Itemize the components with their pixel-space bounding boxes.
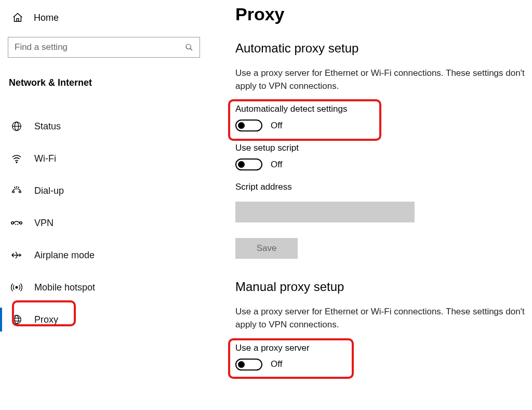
- globe-icon: [10, 121, 23, 132]
- search-input[interactable]: [15, 42, 185, 52]
- home-icon: [12, 12, 23, 23]
- hotspot-icon: [10, 282, 23, 293]
- sidebar-item-label: Status: [34, 121, 61, 132]
- page-title: Proxy: [235, 4, 529, 24]
- svg-point-13: [16, 286, 18, 288]
- highlight-annotation: [12, 300, 76, 326]
- manual-section-title: Manual proxy setup: [235, 280, 529, 294]
- use-script-toggle[interactable]: [235, 158, 262, 170]
- use-script-state: Off: [271, 160, 282, 170]
- sidebar-item-hotspot[interactable]: Mobile hotspot: [8, 271, 208, 303]
- svg-point-0: [186, 44, 191, 49]
- sidebar-item-label: Dial-up: [34, 186, 64, 196]
- category-title: Network & Internet: [8, 77, 208, 88]
- airplane-icon: [10, 249, 23, 261]
- vpn-icon: [10, 218, 23, 228]
- save-button[interactable]: Save: [235, 238, 298, 259]
- sidebar-item-airplane[interactable]: Airplane mode: [8, 239, 208, 271]
- script-address-input: [235, 202, 415, 222]
- sidebar-item-label: VPN: [34, 218, 54, 229]
- auto-section-title: Automatic proxy setup: [235, 41, 529, 56]
- sidebar-item-label: Wi-Fi: [34, 153, 56, 164]
- use-proxy-block: Use a proxy server Off: [235, 343, 529, 371]
- sidebar-item-dialup[interactable]: Dial-up: [8, 175, 208, 207]
- use-script-label: Use setup script: [235, 143, 529, 153]
- svg-rect-7: [19, 191, 21, 193]
- highlight-annotation: [228, 338, 354, 379]
- dialup-icon: [10, 185, 23, 196]
- sidebar: Home Network & Internet Status: [0, 0, 216, 410]
- svg-point-8: [15, 187, 15, 188]
- nav-list: Status Wi-Fi: [8, 110, 208, 336]
- svg-point-10: [18, 187, 19, 188]
- main-panel: Proxy Automatic proxy setup Use a proxy …: [216, 0, 532, 410]
- auto-section-desc: Use a proxy server for Ethernet or Wi-Fi…: [235, 67, 526, 92]
- svg-line-1: [190, 48, 192, 50]
- wifi-icon: [10, 153, 23, 164]
- svg-point-12: [20, 222, 22, 224]
- sidebar-item-vpn[interactable]: VPN: [8, 207, 208, 239]
- svg-point-5: [16, 162, 17, 163]
- manual-section-desc: Use a proxy server for Ethernet or Wi-Fi…: [235, 306, 526, 331]
- script-address-label: Script address: [235, 182, 529, 192]
- script-address-block: Script address: [235, 182, 529, 222]
- search-icon: [185, 43, 193, 51]
- svg-point-9: [16, 187, 17, 187]
- sidebar-item-label: Airplane mode: [34, 250, 95, 261]
- home-link[interactable]: Home: [8, 8, 208, 28]
- svg-rect-6: [12, 191, 15, 193]
- sidebar-item-label: Mobile hotspot: [34, 282, 95, 293]
- highlight-annotation: [228, 99, 381, 141]
- use-script-block: Use setup script Off: [235, 143, 529, 170]
- search-box[interactable]: [8, 37, 200, 58]
- auto-detect-block: Automatically detect settings Off: [235, 104, 529, 131]
- svg-point-11: [11, 222, 14, 224]
- home-label: Home: [34, 12, 59, 23]
- sidebar-item-status[interactable]: Status: [8, 110, 208, 142]
- sidebar-item-wifi[interactable]: Wi-Fi: [8, 142, 208, 175]
